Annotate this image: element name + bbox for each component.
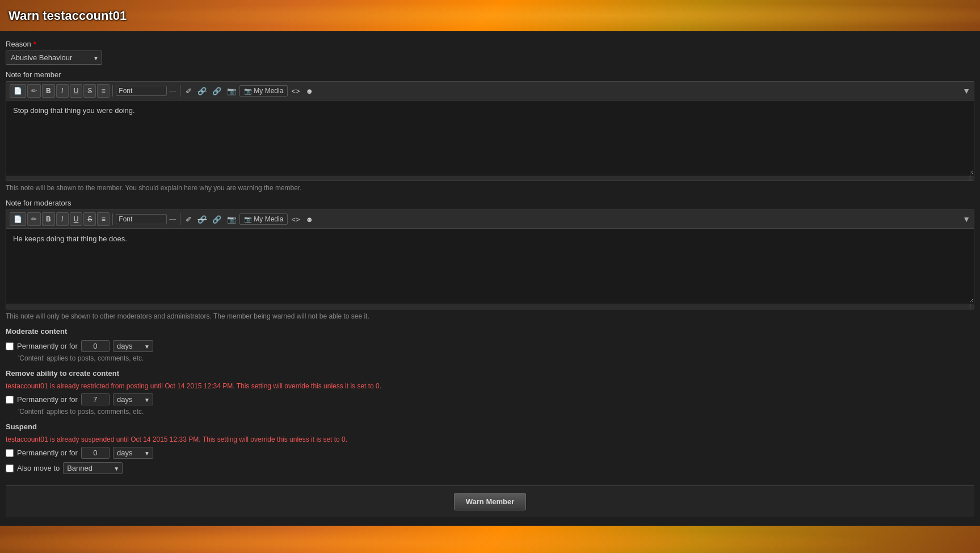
page-title: Warn testaccount01	[9, 9, 127, 23]
toolbar-expand-1[interactable]: ▼	[962, 86, 970, 95]
emoticon-btn[interactable]: ☻	[304, 86, 316, 97]
suspend-section: Suspend testaccount01 is already suspend…	[6, 422, 974, 474]
my-media-btn-2[interactable]: 📷 My Media	[239, 213, 288, 225]
suspend-checkbox-row: Permanently or for days weeks months ▼	[6, 447, 974, 459]
font-select-1[interactable]: Font	[116, 86, 167, 96]
bold-btn-2[interactable]: B	[42, 212, 55, 226]
resize-handle-2: ⌠	[968, 304, 971, 310]
moderate-days-input[interactable]	[81, 340, 110, 352]
strikethrough-btn[interactable]: S	[83, 84, 96, 98]
note-moderators-section: Note for moderators 📄 ✏ B I U S ≡ Font —…	[6, 199, 974, 320]
underline-btn[interactable]: U	[70, 84, 83, 98]
remove-period-select[interactable]: days weeks months	[113, 393, 153, 405]
suspend-title: Suspend	[6, 422, 974, 431]
moderate-period-select[interactable]: days weeks months	[113, 340, 153, 352]
remove-warning: testaccount01 is already restricted from…	[6, 382, 974, 390]
font-size-indicator: —	[168, 87, 177, 95]
note-member-toolbar: 📄 ✏ B I U S ≡ Font — ✐ 🔗 🔗 📷 📷 M	[6, 82, 974, 100]
eraser-btn-2[interactable]: ✏	[27, 212, 41, 226]
italic-btn[interactable]: I	[56, 84, 69, 98]
remove-title: Remove ability to create content	[6, 369, 974, 378]
font-size-indicator-2: —	[168, 215, 177, 223]
toolbar-sep-1	[112, 85, 113, 97]
note-moderators-textarea[interactable]: He keeps doing that thing he does.	[6, 229, 974, 303]
code-btn-2[interactable]: <>	[289, 214, 302, 225]
remove-applies-text: 'Content' applies to posts, comments, et…	[18, 408, 974, 416]
note-member-helper: This note will be shown to the member. Y…	[6, 184, 974, 192]
format-clear-btn-2[interactable]: ✐	[183, 214, 194, 225]
toolbar-expand-2[interactable]: ▼	[962, 215, 970, 224]
remove-checkbox-row: Permanently or for days weeks months ▼	[6, 393, 974, 405]
suspend-period-select[interactable]: days weeks months	[113, 447, 153, 459]
remove-period-wrapper: days weeks months ▼	[113, 393, 153, 405]
toolbar-sep-4	[180, 213, 180, 225]
note-moderators-helper: This note will only be shown to other mo…	[6, 312, 974, 320]
note-member-section: Note for member 📄 ✏ B I U S ≡ Font — ✐ 🔗…	[6, 70, 974, 192]
reason-section: Reason * Abusive Behaviour Spam Other ▼	[6, 40, 974, 65]
resize-handle-1: ⌠	[968, 175, 971, 182]
media-icon: 📷	[244, 87, 252, 95]
list-btn[interactable]: ≡	[97, 84, 110, 98]
moderate-content-section: Moderate content Permanently or for days…	[6, 327, 974, 362]
remove-days-input[interactable]	[81, 393, 110, 405]
note-member-label: Note for member	[6, 70, 974, 79]
note-member-textarea[interactable]: Stop doing that thing you were doing.	[6, 100, 974, 174]
source-btn[interactable]: 📄	[10, 84, 26, 98]
toolbar-sep-2	[180, 85, 180, 97]
my-media-btn-1[interactable]: 📷 My Media	[239, 85, 288, 97]
suspend-period-wrapper: days weeks months ▼	[113, 447, 153, 459]
action-bar: Warn Member	[6, 485, 974, 517]
format-clear-btn[interactable]: ✐	[183, 86, 194, 97]
also-move-row: Also move to Banned Other Group ▼	[6, 462, 974, 474]
editor-resize-2: ⌠	[6, 304, 974, 309]
strikethrough-btn-2[interactable]: S	[83, 212, 96, 226]
suspend-days-input[interactable]	[81, 447, 110, 459]
suspend-permanently-label[interactable]: Permanently or for	[17, 449, 78, 457]
source-btn-2[interactable]: 📄	[10, 212, 26, 226]
remove-checkbox[interactable]	[6, 396, 14, 404]
link-btn-2[interactable]: 🔗	[210, 214, 224, 225]
note-moderators-toolbar: 📄 ✏ B I U S ≡ Font — ✐ 🔗 🔗 📷 📷 M	[6, 210, 974, 229]
toolbar-sep-3	[112, 213, 113, 225]
moderate-title: Moderate content	[6, 327, 974, 336]
banned-select[interactable]: Banned Other Group	[63, 462, 123, 474]
note-member-editor: 📄 ✏ B I U S ≡ Font — ✐ 🔗 🔗 📷 📷 M	[6, 81, 974, 181]
main-content: Reason * Abusive Behaviour Spam Other ▼ …	[0, 31, 980, 526]
reason-select[interactable]: Abusive Behaviour Spam Other	[6, 51, 102, 65]
reason-select-wrapper: Abusive Behaviour Spam Other ▼	[6, 51, 102, 65]
reason-label: Reason *	[6, 40, 974, 48]
suspend-checkbox[interactable]	[6, 449, 14, 457]
remove-permanently-label[interactable]: Permanently or for	[17, 395, 78, 404]
required-indicator: *	[33, 40, 36, 48]
note-moderators-label: Note for moderators	[6, 199, 974, 207]
media-icon-2: 📷	[244, 216, 252, 223]
image-btn[interactable]: 📷	[225, 86, 238, 97]
moderate-applies-text: 'Content' applies to posts, comments, et…	[18, 354, 974, 362]
footer-art	[0, 526, 980, 553]
also-move-checkbox[interactable]	[6, 464, 14, 472]
page-header: Warn testaccount01	[0, 0, 980, 31]
editor-resize-1: ⌠	[6, 176, 974, 181]
code-btn[interactable]: <>	[289, 86, 302, 97]
moderate-permanently-label[interactable]: Permanently or for	[17, 342, 78, 350]
warn-member-button[interactable]: Warn Member	[454, 493, 526, 510]
underline-btn-2[interactable]: U	[70, 212, 83, 226]
bold-btn[interactable]: B	[42, 84, 55, 98]
also-move-label[interactable]: Also move to	[17, 464, 60, 472]
moderate-checkbox-row: Permanently or for days weeks months ▼	[6, 340, 974, 352]
italic-btn-2[interactable]: I	[56, 212, 69, 226]
font-select-2[interactable]: Font	[116, 214, 167, 224]
remove-content-section: Remove ability to create content testacc…	[6, 369, 974, 416]
moderate-period-wrapper: days weeks months ▼	[113, 340, 153, 352]
unlink-btn-2[interactable]: 🔗	[195, 214, 209, 225]
emoticon-btn-2[interactable]: ☻	[304, 214, 316, 225]
note-moderators-editor: 📄 ✏ B I U S ≡ Font — ✐ 🔗 🔗 📷 📷 M	[6, 210, 974, 309]
eraser-btn[interactable]: ✏	[27, 84, 41, 98]
moderate-checkbox[interactable]	[6, 342, 14, 350]
suspend-warning: testaccount01 is already suspended until…	[6, 435, 974, 443]
banned-select-wrapper: Banned Other Group ▼	[63, 462, 123, 474]
link-btn[interactable]: 🔗	[210, 86, 224, 97]
image-btn-2[interactable]: 📷	[225, 214, 238, 225]
unlink-btn[interactable]: 🔗	[195, 86, 209, 97]
list-btn-2[interactable]: ≡	[97, 212, 110, 226]
